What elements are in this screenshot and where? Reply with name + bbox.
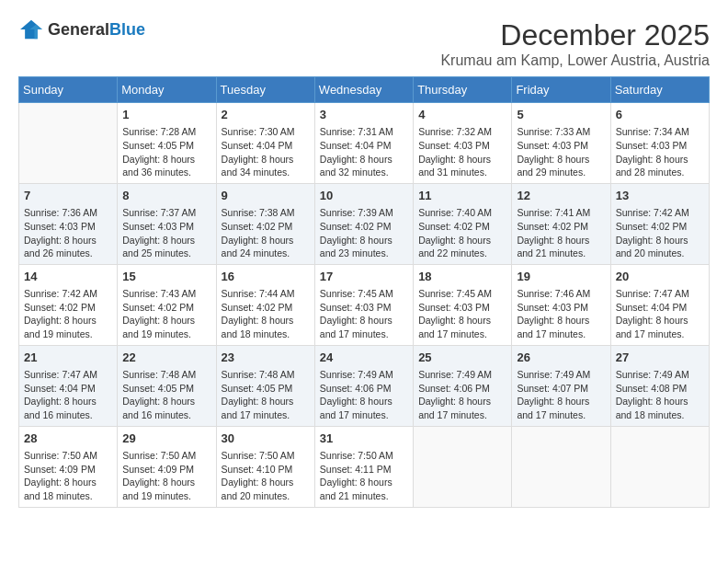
calendar-cell: 4Sunrise: 7:32 AMSunset: 4:03 PMDaylight… — [414, 103, 512, 184]
calendar-cell: 8Sunrise: 7:37 AMSunset: 4:03 PMDaylight… — [118, 183, 216, 264]
weekday-header: Friday — [512, 77, 610, 103]
calendar-cell: 23Sunrise: 7:48 AMSunset: 4:05 PMDayligh… — [216, 345, 314, 426]
sunrise-text: Sunrise: 7:47 AM — [24, 368, 112, 382]
cell-content: 25Sunrise: 7:49 AMSunset: 4:06 PMDayligh… — [418, 350, 506, 422]
calendar-cell: 2Sunrise: 7:30 AMSunset: 4:04 PMDaylight… — [216, 103, 314, 184]
daylight-text: Daylight: 8 hours and 36 minutes. — [122, 153, 210, 179]
day-number: 7 — [24, 188, 112, 204]
cell-content: 10Sunrise: 7:39 AMSunset: 4:02 PMDayligh… — [320, 188, 408, 260]
sunrise-text: Sunrise: 7:50 AM — [222, 449, 310, 463]
calendar-cell: 15Sunrise: 7:43 AMSunset: 4:02 PMDayligh… — [118, 264, 216, 345]
day-number: 28 — [24, 431, 112, 447]
weekday-header: Sunday — [19, 77, 118, 103]
sunrise-text: Sunrise: 7:34 AM — [616, 125, 704, 139]
sunset-text: Sunset: 4:03 PM — [418, 139, 506, 153]
day-number: 22 — [122, 350, 210, 366]
sunset-text: Sunset: 4:02 PM — [122, 301, 210, 315]
sunset-text: Sunset: 4:03 PM — [616, 139, 704, 153]
sunset-text: Sunset: 4:03 PM — [320, 301, 408, 315]
day-number: 6 — [616, 107, 704, 123]
logo-icon — [18, 18, 44, 40]
sunrise-text: Sunrise: 7:43 AM — [122, 287, 210, 301]
day-number: 29 — [122, 431, 210, 447]
calendar-cell: 30Sunrise: 7:50 AMSunset: 4:10 PMDayligh… — [216, 426, 314, 507]
sunrise-text: Sunrise: 7:45 AM — [418, 287, 506, 301]
sunset-text: Sunset: 4:04 PM — [24, 382, 112, 396]
cell-content: 1Sunrise: 7:28 AMSunset: 4:05 PMDaylight… — [122, 107, 210, 179]
day-number: 4 — [418, 107, 506, 123]
sunrise-text: Sunrise: 7:41 AM — [517, 206, 605, 220]
daylight-text: Daylight: 8 hours and 32 minutes. — [320, 153, 408, 179]
weekday-header: Thursday — [414, 77, 512, 103]
cell-content: 30Sunrise: 7:50 AMSunset: 4:10 PMDayligh… — [222, 431, 310, 503]
sunset-text: Sunset: 4:09 PM — [122, 463, 210, 477]
day-number: 19 — [517, 269, 605, 285]
sunset-text: Sunset: 4:03 PM — [517, 139, 605, 153]
sunset-text: Sunset: 4:05 PM — [222, 382, 310, 396]
day-number: 15 — [122, 269, 210, 285]
calendar-cell: 12Sunrise: 7:41 AMSunset: 4:02 PMDayligh… — [512, 183, 610, 264]
weekday-header: Saturday — [610, 77, 709, 103]
calendar-cell: 18Sunrise: 7:45 AMSunset: 4:03 PMDayligh… — [414, 264, 512, 345]
day-number: 30 — [222, 431, 310, 447]
sunrise-text: Sunrise: 7:49 AM — [418, 368, 506, 382]
weekday-header: Monday — [118, 77, 216, 103]
day-number: 21 — [24, 350, 112, 366]
calendar-cell: 10Sunrise: 7:39 AMSunset: 4:02 PMDayligh… — [314, 183, 413, 264]
calendar-week-row: 7Sunrise: 7:36 AMSunset: 4:03 PMDaylight… — [19, 183, 710, 264]
cell-content: 2Sunrise: 7:30 AMSunset: 4:04 PMDaylight… — [222, 107, 310, 179]
sunrise-text: Sunrise: 7:38 AM — [222, 206, 310, 220]
sunset-text: Sunset: 4:02 PM — [222, 301, 310, 315]
cell-content: 18Sunrise: 7:45 AMSunset: 4:03 PMDayligh… — [418, 269, 506, 341]
calendar-cell: 13Sunrise: 7:42 AMSunset: 4:02 PMDayligh… — [610, 183, 709, 264]
calendar-cell: 11Sunrise: 7:40 AMSunset: 4:02 PMDayligh… — [414, 183, 512, 264]
cell-content: 28Sunrise: 7:50 AMSunset: 4:09 PMDayligh… — [24, 431, 112, 503]
daylight-text: Daylight: 8 hours and 17 minutes. — [418, 314, 506, 340]
sunrise-text: Sunrise: 7:50 AM — [122, 449, 210, 463]
sunset-text: Sunset: 4:06 PM — [320, 382, 408, 396]
day-number: 10 — [320, 188, 408, 204]
calendar-table: SundayMondayTuesdayWednesdayThursdayFrid… — [18, 76, 710, 508]
sunrise-text: Sunrise: 7:49 AM — [320, 368, 408, 382]
sunset-text: Sunset: 4:05 PM — [122, 139, 210, 153]
day-number: 31 — [320, 431, 408, 447]
cell-content: 21Sunrise: 7:47 AMSunset: 4:04 PMDayligh… — [24, 350, 112, 422]
sunset-text: Sunset: 4:03 PM — [418, 301, 506, 315]
sunrise-text: Sunrise: 7:48 AM — [222, 368, 310, 382]
cell-content: 3Sunrise: 7:31 AMSunset: 4:04 PMDaylight… — [320, 107, 408, 179]
day-number: 23 — [222, 350, 310, 366]
cell-content: 22Sunrise: 7:48 AMSunset: 4:05 PMDayligh… — [122, 350, 210, 422]
day-number: 25 — [418, 350, 506, 366]
page-header: GeneralBlue December 2025 Krumau am Kamp… — [18, 18, 710, 69]
title-area: December 2025 Krumau am Kamp, Lower Aust… — [440, 18, 710, 69]
day-number: 1 — [122, 107, 210, 123]
calendar-cell: 29Sunrise: 7:50 AMSunset: 4:09 PMDayligh… — [118, 426, 216, 507]
sunset-text: Sunset: 4:07 PM — [517, 382, 605, 396]
calendar-cell — [610, 426, 709, 507]
day-number: 11 — [418, 188, 506, 204]
daylight-text: Daylight: 8 hours and 21 minutes. — [320, 476, 408, 502]
sunrise-text: Sunrise: 7:49 AM — [616, 368, 704, 382]
sunrise-text: Sunrise: 7:50 AM — [24, 449, 112, 463]
cell-content: 29Sunrise: 7:50 AMSunset: 4:09 PMDayligh… — [122, 431, 210, 503]
calendar-cell: 6Sunrise: 7:34 AMSunset: 4:03 PMDaylight… — [610, 103, 709, 184]
sunrise-text: Sunrise: 7:32 AM — [418, 125, 506, 139]
daylight-text: Daylight: 8 hours and 17 minutes. — [517, 395, 605, 421]
cell-content: 31Sunrise: 7:50 AMSunset: 4:11 PMDayligh… — [320, 431, 408, 503]
sunset-text: Sunset: 4:03 PM — [517, 301, 605, 315]
calendar-cell: 28Sunrise: 7:50 AMSunset: 4:09 PMDayligh… — [19, 426, 118, 507]
calendar-header-row: SundayMondayTuesdayWednesdayThursdayFrid… — [19, 77, 710, 103]
cell-content: 17Sunrise: 7:45 AMSunset: 4:03 PMDayligh… — [320, 269, 408, 341]
sunrise-text: Sunrise: 7:42 AM — [24, 287, 112, 301]
cell-content: 14Sunrise: 7:42 AMSunset: 4:02 PMDayligh… — [24, 269, 112, 341]
cell-content: 9Sunrise: 7:38 AMSunset: 4:02 PMDaylight… — [222, 188, 310, 260]
sunset-text: Sunset: 4:02 PM — [616, 220, 704, 234]
sunset-text: Sunset: 4:06 PM — [418, 382, 506, 396]
sunrise-text: Sunrise: 7:42 AM — [616, 206, 704, 220]
cell-content: 16Sunrise: 7:44 AMSunset: 4:02 PMDayligh… — [222, 269, 310, 341]
calendar-cell: 31Sunrise: 7:50 AMSunset: 4:11 PMDayligh… — [314, 426, 413, 507]
cell-content: 7Sunrise: 7:36 AMSunset: 4:03 PMDaylight… — [24, 188, 112, 260]
month-title: December 2025 — [440, 18, 710, 52]
daylight-text: Daylight: 8 hours and 18 minutes. — [616, 395, 704, 421]
day-number: 12 — [517, 188, 605, 204]
